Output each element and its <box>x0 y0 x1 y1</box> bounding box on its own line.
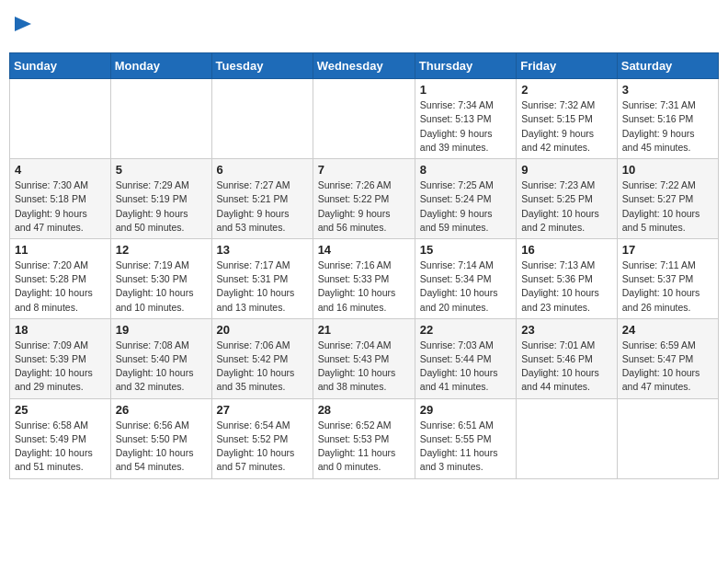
day-info: Sunrise: 7:22 AM Sunset: 5:27 PM Dayligh… <box>622 178 713 235</box>
day-info: Sunrise: 7:23 AM Sunset: 5:25 PM Dayligh… <box>521 178 612 235</box>
calendar-cell: 10Sunrise: 7:22 AM Sunset: 5:27 PM Dayli… <box>617 159 718 239</box>
calendar-cell <box>313 79 415 159</box>
day-number: 12 <box>116 243 207 257</box>
calendar-cell: 15Sunrise: 7:14 AM Sunset: 5:34 PM Dayli… <box>415 238 516 318</box>
calendar-cell: 19Sunrise: 7:08 AM Sunset: 5:40 PM Dayli… <box>110 318 211 398</box>
calendar-header-row: SundayMondayTuesdayWednesdayThursdayFrid… <box>10 53 719 79</box>
week-row-2: 4Sunrise: 7:30 AM Sunset: 5:18 PM Daylig… <box>10 159 719 239</box>
day-info: Sunrise: 6:52 AM Sunset: 5:53 PM Dayligh… <box>318 419 410 475</box>
day-number: 24 <box>622 323 713 337</box>
calendar-cell: 28Sunrise: 6:52 AM Sunset: 5:53 PM Dayli… <box>313 398 415 478</box>
day-info: Sunrise: 6:58 AM Sunset: 5:49 PM Dayligh… <box>15 419 106 475</box>
day-number: 2 <box>521 83 612 97</box>
calendar-cell: 24Sunrise: 6:59 AM Sunset: 5:47 PM Dayli… <box>617 318 718 398</box>
day-number: 21 <box>318 323 410 337</box>
day-info: Sunrise: 7:09 AM Sunset: 5:39 PM Dayligh… <box>15 339 106 395</box>
header-friday: Friday <box>517 53 618 79</box>
svg-marker-0 <box>15 17 31 31</box>
week-row-3: 11Sunrise: 7:20 AM Sunset: 5:28 PM Dayli… <box>10 238 719 318</box>
calendar-cell: 2Sunrise: 7:32 AM Sunset: 5:15 PM Daylig… <box>517 79 618 159</box>
calendar-cell: 6Sunrise: 7:27 AM Sunset: 5:21 PM Daylig… <box>211 159 313 239</box>
day-info: Sunrise: 7:19 AM Sunset: 5:30 PM Dayligh… <box>116 259 207 315</box>
day-info: Sunrise: 7:29 AM Sunset: 5:19 PM Dayligh… <box>116 178 207 235</box>
calendar-cell: 16Sunrise: 7:13 AM Sunset: 5:36 PM Dayli… <box>517 238 618 318</box>
calendar-cell: 14Sunrise: 7:16 AM Sunset: 5:33 PM Dayli… <box>313 238 415 318</box>
day-number: 15 <box>420 243 511 257</box>
day-number: 6 <box>217 163 308 177</box>
day-info: Sunrise: 7:30 AM Sunset: 5:18 PM Dayligh… <box>15 178 106 235</box>
day-number: 8 <box>420 163 511 177</box>
day-number: 18 <box>15 323 106 337</box>
day-info: Sunrise: 7:27 AM Sunset: 5:21 PM Dayligh… <box>217 178 308 235</box>
day-info: Sunrise: 7:31 AM Sunset: 5:16 PM Dayligh… <box>622 98 713 155</box>
day-number: 26 <box>116 403 207 417</box>
calendar-cell <box>10 79 111 159</box>
calendar-cell: 5Sunrise: 7:29 AM Sunset: 5:19 PM Daylig… <box>110 159 211 239</box>
day-info: Sunrise: 6:56 AM Sunset: 5:50 PM Dayligh… <box>116 419 207 475</box>
header-monday: Monday <box>110 53 211 79</box>
calendar-cell: 27Sunrise: 6:54 AM Sunset: 5:52 PM Dayli… <box>211 398 313 478</box>
calendar-cell <box>110 79 211 159</box>
calendar-cell: 7Sunrise: 7:26 AM Sunset: 5:22 PM Daylig… <box>313 159 415 239</box>
day-number: 28 <box>318 403 410 417</box>
calendar-cell <box>211 79 313 159</box>
logo <box>13 17 31 41</box>
logo-flag-icon <box>15 17 31 37</box>
calendar-cell: 12Sunrise: 7:19 AM Sunset: 5:30 PM Dayli… <box>110 238 211 318</box>
header-wednesday: Wednesday <box>313 53 415 79</box>
day-info: Sunrise: 7:26 AM Sunset: 5:22 PM Dayligh… <box>318 178 410 235</box>
day-number: 16 <box>521 243 612 257</box>
day-info: Sunrise: 6:54 AM Sunset: 5:52 PM Dayligh… <box>217 419 308 475</box>
day-number: 22 <box>420 323 511 337</box>
calendar-cell: 20Sunrise: 7:06 AM Sunset: 5:42 PM Dayli… <box>211 318 313 398</box>
day-info: Sunrise: 7:32 AM Sunset: 5:15 PM Dayligh… <box>521 98 612 155</box>
day-info: Sunrise: 7:17 AM Sunset: 5:31 PM Dayligh… <box>217 259 308 315</box>
calendar-cell: 11Sunrise: 7:20 AM Sunset: 5:28 PM Dayli… <box>10 238 111 318</box>
day-number: 1 <box>420 83 511 97</box>
day-info: Sunrise: 7:08 AM Sunset: 5:40 PM Dayligh… <box>116 339 207 395</box>
header-area <box>9 9 719 49</box>
calendar-cell: 21Sunrise: 7:04 AM Sunset: 5:43 PM Dayli… <box>313 318 415 398</box>
day-number: 25 <box>15 403 106 417</box>
day-info: Sunrise: 7:11 AM Sunset: 5:37 PM Dayligh… <box>622 259 713 315</box>
day-number: 10 <box>622 163 713 177</box>
calendar-cell: 13Sunrise: 7:17 AM Sunset: 5:31 PM Dayli… <box>211 238 313 318</box>
day-info: Sunrise: 7:25 AM Sunset: 5:24 PM Dayligh… <box>420 178 511 235</box>
day-number: 19 <box>116 323 207 337</box>
calendar-cell: 25Sunrise: 6:58 AM Sunset: 5:49 PM Dayli… <box>10 398 111 478</box>
day-info: Sunrise: 7:14 AM Sunset: 5:34 PM Dayligh… <box>420 259 511 315</box>
day-info: Sunrise: 7:06 AM Sunset: 5:42 PM Dayligh… <box>217 339 308 395</box>
week-row-4: 18Sunrise: 7:09 AM Sunset: 5:39 PM Dayli… <box>10 318 719 398</box>
header-thursday: Thursday <box>415 53 516 79</box>
week-row-1: 1Sunrise: 7:34 AM Sunset: 5:13 PM Daylig… <box>10 79 719 159</box>
day-number: 3 <box>622 83 713 97</box>
day-number: 11 <box>15 243 106 257</box>
header-tuesday: Tuesday <box>211 53 313 79</box>
calendar-cell: 29Sunrise: 6:51 AM Sunset: 5:55 PM Dayli… <box>415 398 516 478</box>
calendar-table: SundayMondayTuesdayWednesdayThursdayFrid… <box>9 52 719 478</box>
day-number: 27 <box>217 403 308 417</box>
calendar-cell: 3Sunrise: 7:31 AM Sunset: 5:16 PM Daylig… <box>617 79 718 159</box>
day-number: 9 <box>521 163 612 177</box>
day-number: 5 <box>116 163 207 177</box>
day-number: 13 <box>217 243 308 257</box>
calendar-cell: 23Sunrise: 7:01 AM Sunset: 5:46 PM Dayli… <box>517 318 618 398</box>
calendar-cell: 8Sunrise: 7:25 AM Sunset: 5:24 PM Daylig… <box>415 159 516 239</box>
calendar-cell: 22Sunrise: 7:03 AM Sunset: 5:44 PM Dayli… <box>415 318 516 398</box>
day-info: Sunrise: 7:13 AM Sunset: 5:36 PM Dayligh… <box>521 259 612 315</box>
day-info: Sunrise: 7:20 AM Sunset: 5:28 PM Dayligh… <box>15 259 106 315</box>
day-number: 7 <box>318 163 410 177</box>
day-number: 17 <box>622 243 713 257</box>
day-info: Sunrise: 7:04 AM Sunset: 5:43 PM Dayligh… <box>318 339 410 395</box>
day-info: Sunrise: 7:03 AM Sunset: 5:44 PM Dayligh… <box>420 339 511 395</box>
logo-wordmark <box>13 17 31 41</box>
day-info: Sunrise: 7:34 AM Sunset: 5:13 PM Dayligh… <box>420 98 511 155</box>
day-info: Sunrise: 7:16 AM Sunset: 5:33 PM Dayligh… <box>318 259 410 315</box>
day-info: Sunrise: 6:59 AM Sunset: 5:47 PM Dayligh… <box>622 339 713 395</box>
header-saturday: Saturday <box>617 53 718 79</box>
day-number: 14 <box>318 243 410 257</box>
calendar-cell <box>617 398 718 478</box>
calendar-cell: 1Sunrise: 7:34 AM Sunset: 5:13 PM Daylig… <box>415 79 516 159</box>
day-info: Sunrise: 6:51 AM Sunset: 5:55 PM Dayligh… <box>420 419 511 475</box>
calendar-cell: 9Sunrise: 7:23 AM Sunset: 5:25 PM Daylig… <box>517 159 618 239</box>
